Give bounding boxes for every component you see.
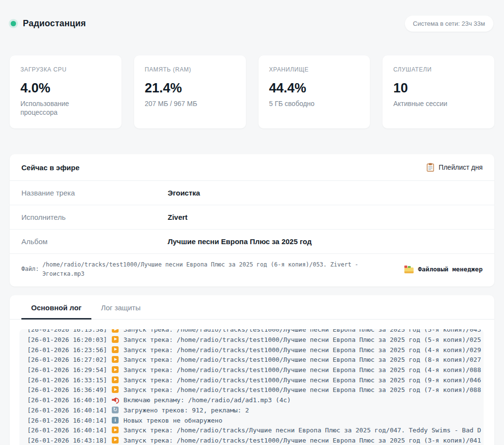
log-entry: [26-01-2026 16:23:56] Запуск трека: /hom… [27,345,484,356]
stat-subtitle: Активные сессии [393,99,481,108]
row-label: Название трека [21,189,168,197]
log-timestamp: [26-01-2026 16:40:10] [27,396,107,404]
playlist-link[interactable]: Плейлист дня [427,163,483,172]
log-message: Новых треков не обнаружено [123,417,223,424]
now-playing-row: Альбом Лучшие песни Европа Плюс за 2025 … [10,230,494,254]
log-event-icon [112,427,119,433]
stat-card: ЗАГРУЗКА CPU 4.0% Использование процессо… [10,55,122,128]
now-playing-rows: Название трека Эгоистка Исполнитель Zive… [10,181,494,254]
log-lines: [26-01-2026 16:15:58] Запуск трека: /hom… [27,329,484,445]
clipboard-icon [427,163,434,172]
row-value: Zivert [168,213,188,221]
stat-subtitle: Использование процессора [20,99,108,117]
log-message: Запуск трека: /home/radio/tracks/test100… [123,329,481,333]
log-timestamp: [26-01-2026 16:33:15] [27,376,107,384]
log-event-icon [112,329,119,333]
log-entry: [26-01-2026 16:40:14] Запуск трека: /hom… [27,426,484,436]
stat-card: СЛУШАТЕЛИ 10 Активные сессии [382,55,494,128]
log-event-icon [112,437,119,444]
stat-label: СЛУШАТЕЛИ [393,66,484,73]
log-message: Загружено треков: 912, рекламы: 2 [123,407,249,414]
row-value: Эгоистка [168,189,200,197]
log-entry: [26-01-2026 16:15:58] Запуск трека: /hom… [27,329,484,335]
log-event-icon [112,396,119,403]
log-entry: [26-01-2026 16:29:54] Запуск трека: /hom… [27,365,484,375]
log-event-icon [112,386,119,393]
now-playing-row: Исполнитель Zivert [10,205,494,230]
log-message: Запуск трека: /home/radio/tracks/test100… [123,346,481,354]
now-playing-row: Название трека Эгоистка [10,181,494,205]
stat-label: ЗАГРУЗКА CPU [20,66,111,73]
stat-label: ПАМЯТЬ (RAM) [145,66,235,73]
log-timestamp: [26-01-2026 16:40:14] [27,417,107,424]
log-timestamp: [26-01-2026 16:40:14] [27,407,107,414]
now-playing-title: Сейчас в эфире [21,163,79,172]
stat-value: 44.4% [269,81,360,96]
stat-card: ХРАНИЛИЩЕ 44.4% 5 ГБ свободно [259,55,370,128]
log-timestamp: [26-01-2026 16:23:56] [27,346,107,354]
log-entry: [26-01-2026 16:33:15] Запуск трека: /hom… [27,375,484,386]
file-manager-link[interactable]: Файловый менеджер [404,266,483,273]
log-event-icon [112,366,119,373]
log-timestamp: [26-01-2026 16:20:03] [27,336,107,343]
log-timestamp: [26-01-2026 16:15:58] [27,329,107,333]
log-event-icon [112,407,119,413]
file-manager-link-label: Файловый менеджер [418,266,483,273]
log-message: Запуск трека: /home/radio/tracks/Лучшие … [123,427,481,434]
log-card: Основной лог Лог защиты [26-01-2026 16:1… [10,295,494,445]
log-timestamp: [26-01-2026 16:43:18] [27,437,107,444]
stat-value: 21.4% [145,81,235,96]
log-message: Запуск трека: /home/radio/tracks/test100… [123,386,481,393]
log-timestamp: [26-01-2026 16:36:49] [27,386,107,393]
log-timestamp: [26-01-2026 16:29:54] [27,366,107,374]
stat-subtitle: 207 МБ / 967 МБ [145,99,232,108]
log-entry: [26-01-2026 16:40:14] Загружено треков: … [27,406,484,416]
topbar: Радиостанция Система в сети: 23ч 33м [10,10,494,32]
stat-value: 10 [393,81,484,96]
title-wrap: Радиостанция [11,18,86,29]
log-tab-label: Лог защиты [101,303,140,312]
log-message: Включаю рекламу: /home/radio/ad/ad1.mp3 … [123,396,291,404]
log-message: Запуск трека: /home/radio/tracks/test100… [123,437,481,444]
log-tab[interactable]: Основной лог [21,295,91,320]
row-label: Альбом [21,237,168,246]
log-event-icon [112,336,119,343]
log-entry: [26-01-2026 16:36:49] Запуск трека: /hom… [27,385,484,395]
dashboard-page: Радиостанция Система в сети: 23ч 33м ЗАГ… [0,0,504,445]
stat-subtitle: 5 ГБ свободно [269,99,357,108]
log-event-icon [112,417,119,424]
log-viewer[interactable]: [26-01-2026 16:15:58] Запуск трека: /hom… [19,329,484,445]
folder-icon [404,266,414,273]
file-info: Файл: /home/radio/tracks/test1000/Лучшие… [21,260,388,278]
log-entry: [26-01-2026 16:40:10] Включаю рекламу: /… [27,395,484,406]
stat-value: 4.0% [20,81,111,96]
log-message: Запуск трека: /home/radio/tracks/test100… [123,376,481,384]
log-timestamp: [26-01-2026 16:27:02] [27,356,107,363]
log-message: Запуск трека: /home/radio/tracks/test100… [123,356,481,363]
stat-label: ХРАНИЛИЩЕ [269,66,360,73]
log-tab[interactable]: Лог защиты [91,295,150,320]
log-entry: [26-01-2026 16:40:14] Новых треков не об… [27,416,484,426]
log-message: Запуск трека: /home/radio/tracks/test100… [123,336,481,343]
stat-card: ПАМЯТЬ (RAM) 21.4% 207 МБ / 967 МБ [134,55,246,128]
page-title: Радиостанция [23,18,86,29]
now-playing-card: Сейчас в эфире Плейлист дня Название тре… [10,154,494,286]
log-event-icon [112,356,119,363]
online-status-icon [11,21,16,26]
log-entry: [26-01-2026 16:27:02] Запуск трека: /hom… [27,355,484,365]
log-timestamp: [26-01-2026 16:40:14] [27,427,107,434]
log-event-icon [112,346,119,353]
log-entry: [26-01-2026 16:43:18] Запуск трека: /hom… [27,436,484,445]
file-label: Файл: [21,265,39,274]
file-path: /home/radio/tracks/test1000/Лучшие песни… [42,260,388,278]
row-value: Лучшие песни Европа Плюс за 2025 год [168,237,312,246]
stats-row: ЗАГРУЗКА CPU 4.0% Использование процессо… [10,55,494,128]
log-message: Запуск трека: /home/radio/tracks/test100… [123,366,481,374]
log-tab-label: Основной лог [31,303,82,312]
log-tabs: Основной лог Лог защиты [10,295,494,320]
now-playing-header: Сейчас в эфире Плейлист дня [10,154,494,181]
row-label: Исполнитель [21,213,168,221]
log-event-icon [112,376,119,383]
uptime-badge: Система в сети: 23ч 33м [405,16,493,32]
playlist-link-label: Плейлист дня [438,163,483,171]
